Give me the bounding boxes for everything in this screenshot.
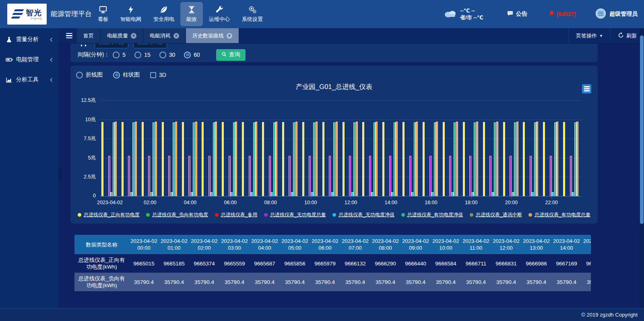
- table-value-cell: 35790.4: [431, 273, 461, 291]
- chart-bar: [510, 156, 512, 196]
- chart-type-label: 3D: [159, 72, 166, 78]
- legend-item[interactable]: 总进线仪表_备用: [215, 211, 258, 218]
- close-icon[interactable]: ×: [227, 33, 232, 39]
- sidebar-item-需量分析[interactable]: 需量分析: [0, 31, 58, 48]
- chart-bar: [369, 156, 371, 196]
- sidebar-item-电能管理[interactable]: 电能管理: [0, 51, 58, 68]
- table-value-cell: 9665856: [280, 254, 310, 273]
- table-value-cell: 35790.4: [129, 273, 159, 291]
- tab-电能消耗[interactable]: 电能消耗×: [143, 28, 186, 43]
- header-date: 2023-04-02: [161, 238, 188, 244]
- chart-panel: 折线图柱状图3D 产业园_G01_总进线_仪表 02.5兆5兆7.5兆10兆12…: [70, 66, 598, 224]
- scrollbar-thumb[interactable]: [640, 35, 644, 224]
- legend-label: 总进线仪表_有功电度总量: [535, 211, 590, 218]
- chart-bar: [271, 192, 273, 196]
- interval-radio-30[interactable]: [159, 52, 166, 58]
- nav-item-label: 系统设置: [242, 16, 263, 23]
- vertical-scrollbar[interactable]: [640, 28, 644, 308]
- brand-name: 智光: [26, 9, 42, 17]
- x-axis-tick: [391, 196, 391, 198]
- area-chart-icon: [6, 76, 13, 83]
- nav-item-安全用电[interactable]: 安全用电: [147, 2, 180, 26]
- table-header-row: 数据类型名称2023-04-0200:002023-04-0201:002023…: [74, 235, 591, 254]
- tab-首页[interactable]: 首页: [77, 28, 101, 43]
- close-icon[interactable]: ×: [131, 33, 136, 39]
- legend-item[interactable]: 总进线仪表_通讯中断: [470, 211, 522, 218]
- chart-type-radio-柱状图[interactable]: [113, 72, 120, 79]
- chart-bar: [463, 122, 465, 196]
- table-value-cell: 9666290: [370, 254, 400, 273]
- interval-radio-60[interactable]: [184, 52, 191, 58]
- start-date-input[interactable]: 2023-04-02: [95, 43, 128, 48]
- table-value-cell: 9666711: [461, 254, 491, 273]
- chart-bar: [153, 122, 155, 196]
- table-value-cell: 9666132: [340, 254, 370, 273]
- tab-operations-dropdown[interactable]: 页签操作 ▼: [568, 28, 610, 43]
- table-value-cell: 35790.4: [400, 273, 431, 291]
- legend-dot-icon: [528, 213, 532, 217]
- legend-item[interactable]: 总进线仪表_有功电度总量: [528, 211, 590, 218]
- chart-bar: [208, 156, 211, 196]
- table-header-cell: 2023-04-0213:00: [521, 235, 551, 254]
- chart-context-menu-button[interactable]: [582, 84, 591, 93]
- y-axis-tick-label: 7.5兆: [72, 135, 96, 142]
- nav-item-运维中心[interactable]: 运维中心: [203, 2, 236, 26]
- table-value-cell: 35790.4: [189, 273, 219, 291]
- interval-radio-5[interactable]: [113, 52, 120, 58]
- alarm-button[interactable]: (64527): [548, 10, 576, 19]
- chart-bar: [391, 192, 393, 196]
- header-date: 2023-04-02: [191, 238, 218, 244]
- x-axis-tick: [311, 196, 311, 198]
- legend-item[interactable]: 总进线仪表_无功电度净值: [332, 211, 394, 218]
- sidebar-collapse-handle[interactable]: [58, 168, 62, 180]
- table-value-cell: 9666831: [491, 254, 521, 273]
- chart-bar: [343, 122, 345, 196]
- weather-widget[interactable]: --℃ -- 省/市 --℃: [443, 7, 483, 21]
- query-button[interactable]: 查询: [216, 49, 246, 61]
- user-menu[interactable]: 超级管理员: [595, 8, 638, 21]
- chart-bar: [534, 122, 536, 196]
- chart-bar: [309, 156, 311, 196]
- interval-radio-label: 5: [122, 52, 126, 58]
- table-header-cell: 2023-04-0207:00: [340, 235, 370, 254]
- chart-type-label: 折线图: [86, 71, 103, 79]
- table-value-cell: 9667354: [582, 254, 591, 273]
- nav-item-看板[interactable]: 看板: [92, 2, 114, 26]
- table-value-cell: 35790.4: [582, 273, 591, 291]
- nav-item-智能电网[interactable]: 智能电网: [114, 2, 147, 26]
- x-axis-tick: [190, 196, 190, 198]
- chart-bar: [416, 122, 418, 196]
- chart-bar: [414, 122, 416, 196]
- interval-radio-15[interactable]: [134, 52, 141, 58]
- header-time: 01:00: [167, 244, 181, 251]
- legend-item[interactable]: 总进线仪表_正向有功电度: [78, 211, 140, 218]
- tab-历史数据曲线[interactable]: 历史数据曲线×: [186, 28, 239, 43]
- table-value-cell: 35790.4: [370, 273, 400, 291]
- brand-logo[interactable]: 智光 Zhiguang: [7, 4, 47, 25]
- sidebar-toggle-button[interactable]: [62, 28, 77, 43]
- y-axis-tick-label: 2.5兆: [72, 174, 96, 180]
- chart-bar: [262, 122, 264, 196]
- legend-item[interactable]: 总进线仪表_负向有功电度: [146, 211, 208, 218]
- chart-type-radio-折线图[interactable]: [76, 72, 83, 79]
- notice-button[interactable]: 公告: [507, 10, 527, 18]
- x-axis-tick: [351, 196, 351, 198]
- close-icon[interactable]: ×: [173, 33, 179, 39]
- refresh-button[interactable]: 刷新: [610, 28, 644, 43]
- legend-item[interactable]: 总进线仪表_有功电度净值: [401, 211, 463, 218]
- nav-item-能效[interactable]: 能效: [180, 2, 203, 26]
- header-time: 05:00: [288, 244, 301, 251]
- legend-item[interactable]: 总进线仪表_无功电度总量: [264, 211, 326, 218]
- sidebar-item-分析工具[interactable]: 分析工具: [0, 71, 58, 89]
- end-date-input[interactable]: 2023-04-02: [133, 43, 167, 48]
- nav-item-label: 运维中心: [209, 16, 230, 23]
- nav-item-系统设置[interactable]: 系统设置: [236, 2, 269, 26]
- chart-bar: [443, 122, 445, 196]
- chart-bar: [311, 192, 313, 196]
- tab-电能质量[interactable]: 电能质量×: [101, 28, 143, 43]
- filter-panel: 2023-04-02 2023-04-02 间隔(分钟)： 5153060 查询: [70, 43, 598, 62]
- table-value-cell: 35790.4: [521, 273, 551, 291]
- chart-3d-checkbox[interactable]: [150, 72, 156, 78]
- chart-bar: [474, 122, 476, 196]
- header-time: 09:00: [409, 244, 422, 251]
